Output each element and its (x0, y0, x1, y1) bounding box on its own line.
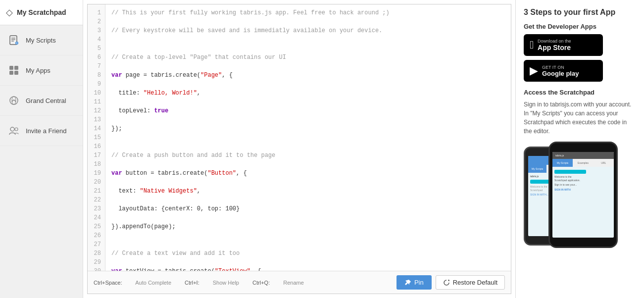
phone-front-tab-examples: Examples (573, 159, 593, 167)
scratchpad-icon: ◇ (6, 7, 13, 18)
toolbar-hints: Ctrl+Space: Auto Complete Ctrl+I: Show H… (94, 280, 316, 286)
apple-badge-main: App Store (538, 44, 571, 51)
restore-label: Restore Default (453, 279, 497, 286)
get-dev-apps-heading: Get the Developer Apps (524, 23, 636, 30)
svg-point-14 (15, 128, 18, 131)
svg-point-13 (10, 127, 14, 131)
phone-front-tab-scripts: My Scripts (552, 159, 573, 167)
main-content: 1 2 3 4 5 6 7 8 9 10 11 12 13 14 15 16 1… (83, 0, 515, 298)
invite-icon (7, 124, 21, 138)
pin-button[interactable]: Pin (396, 275, 432, 290)
restore-icon (443, 279, 450, 286)
google-play-badge[interactable]: ▶ GET IT ON Google play (524, 60, 603, 82)
google-badge-sub: GET IT ON (542, 65, 579, 70)
phone-back-tab-scripts: My Scripts (528, 165, 546, 173)
apps-icon (7, 63, 21, 77)
sidebar-item-label-grand-central: Grand Central (26, 97, 66, 104)
phone-teal-bar-back (530, 180, 551, 184)
phone-teal-bar-front (554, 170, 586, 174)
hint-showhelp: Ctrl+I: Show Help (185, 280, 239, 286)
sidebar-item-my-apps[interactable]: My Apps (0, 55, 83, 86)
access-title: Access the Scratchpad (524, 89, 636, 96)
apple-badge-sub: Download on the (538, 39, 571, 44)
sidebar-item-grand-central[interactable]: Grand Central (0, 86, 83, 116)
phone-front-tabs: My Scripts Examples URL (552, 159, 614, 167)
editor-toolbar: Ctrl+Space: Auto Complete Ctrl+I: Show H… (88, 271, 511, 294)
grand-central-icon (7, 94, 21, 107)
google-badge-main: Google play (542, 70, 579, 77)
svg-rect-8 (14, 66, 18, 70)
phone-front-header: tabris.js (552, 152, 614, 159)
right-panel: 3 Steps to your first App Get the Develo… (515, 0, 644, 298)
pin-icon (404, 279, 411, 286)
hint-autocomplete-key: Ctrl+Space: (94, 280, 122, 286)
sidebar: ◇ My Scratchpad My Scripts (0, 0, 83, 298)
apple-store-badge[interactable]:  Download on the App Store (524, 34, 603, 56)
hint-autocomplete: Ctrl+Space: Auto Complete (94, 280, 171, 286)
phone-front: tabris.js My Scripts Examples URL Welcom… (548, 142, 618, 248)
hint-rename-key: Ctrl+Q: (252, 280, 270, 286)
apple-icon:  (530, 39, 534, 51)
sidebar-item-my-scripts[interactable]: My Scripts (0, 25, 83, 55)
hint-showhelp-key: Ctrl+I: (185, 280, 199, 286)
hint-rename: Ctrl+Q: Rename (252, 280, 304, 286)
code-area[interactable]: 1 2 3 4 5 6 7 8 9 10 11 12 13 14 15 16 1… (88, 4, 511, 271)
access-text: Sign in to tabrisjs.com with your accoun… (524, 100, 636, 136)
restore-default-button[interactable]: Restore Default (436, 275, 505, 290)
sidebar-item-invite-friend[interactable]: Invite a Friend (0, 116, 83, 146)
sidebar-header[interactable]: ◇ My Scratchpad (0, 0, 83, 25)
google-badge-text: GET IT ON Google play (542, 65, 579, 77)
scripts-icon (7, 33, 21, 47)
svg-rect-9 (9, 71, 13, 75)
sidebar-title: My Scratchpad (17, 8, 66, 16)
right-panel-title: 3 Steps to your first App (524, 8, 636, 17)
svg-rect-7 (9, 66, 13, 70)
svg-point-11 (10, 97, 18, 104)
apple-badge-text: Download on the App Store (538, 39, 571, 51)
sidebar-item-label-my-apps: My Apps (26, 67, 50, 74)
toolbar-buttons: Pin Restore Default (396, 275, 505, 290)
phone-mockup: My Scripts Examples URL tabris.js Welcom… (524, 142, 636, 250)
svg-rect-10 (14, 71, 18, 75)
google-play-icon: ▶ (530, 64, 538, 77)
pin-label: Pin (414, 279, 424, 286)
phone-front-tab-url: URL (594, 159, 614, 167)
code-editor[interactable]: 1 2 3 4 5 6 7 8 9 10 11 12 13 14 15 16 1… (87, 4, 511, 294)
phone-front-body: Welcome to the Scratchpad application. S… (552, 167, 614, 194)
code-content[interactable]: // This is your first fully working tabr… (105, 4, 511, 271)
sidebar-item-label-my-scripts: My Scripts (26, 37, 56, 44)
phone-front-screen: tabris.js My Scripts Examples URL Welcom… (552, 152, 614, 238)
sidebar-item-label-invite-friend: Invite a Friend (26, 127, 66, 135)
access-section: Access the Scratchpad Sign in to tabrisj… (524, 89, 636, 136)
line-numbers: 1 2 3 4 5 6 7 8 9 10 11 12 13 14 15 16 1… (88, 4, 105, 271)
